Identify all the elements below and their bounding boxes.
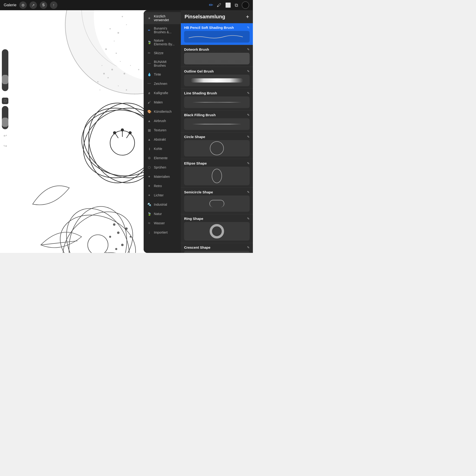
svg-point-23 [97,81,99,82]
brush-item-ellipse-shape[interactable]: Ellipse Shape ✎ [181,159,253,188]
layer-square-icon[interactable]: ☐ [2,98,8,104]
brush-edit-icon-dotwork[interactable]: ✎ [247,48,250,51]
category-item-skizze[interactable]: ✏ Skizze [144,48,181,58]
category-item-importiert[interactable]: ↓ Importiert [144,228,181,237]
category-item-wasser[interactable]: ≈ Wasser [144,219,181,228]
category-label-zeichnen: Zeichnen [154,82,167,85]
category-item-spruhen[interactable]: ⬡ Sprühen [144,163,181,172]
nature-icon: 🍃 [147,211,152,216]
svg-point-5 [122,16,123,17]
svg-point-47 [109,236,111,238]
brush-item-outline-gel[interactable]: Outline Gel Brush ✎ [181,67,253,89]
brush-edit-icon-fill[interactable]: ✎ [247,113,250,117]
brush-edit-icon-ellipse[interactable]: ✎ [247,162,250,165]
category-label-lichter: Lichter [154,193,164,197]
brush-edit-icon-crescent[interactable]: ✎ [247,246,250,249]
opacity-slider[interactable] [2,49,8,91]
brush-name-hb: HB Pencil Soft Shading Brush [184,26,234,30]
materials-icon: ✦ [147,174,152,179]
brush-item-hb-pencil[interactable]: HB Pencil Soft Shading Brush ✎ [181,23,253,45]
category-label-wasser: Wasser [154,221,165,225]
svg-point-19 [130,65,131,66]
spray-icon: ⬡ [147,165,152,170]
brush-item-line-shading[interactable]: Line Shading Brush ✎ [181,89,253,111]
wrench-button[interactable]: ⚙ [19,1,27,9]
category-item-recent[interactable]: ★ Kürzlich verwendet [144,12,181,24]
brush-edit-icon-gel[interactable]: ✎ [247,69,250,73]
category-item-industrial[interactable]: 🔩 Industrial [144,200,181,209]
category-item-kunstlerisch[interactable]: 🎨 Künstlerisch [144,107,181,116]
brush-preview-line [184,96,250,108]
svg-point-14 [107,77,109,78]
size-thumb[interactable] [2,118,8,127]
category-item-lichter[interactable]: ✦ Lichter [144,191,181,200]
import-icon: ↓ [147,230,152,235]
brush-item-circle-shape[interactable]: Circle Shape ✎ [181,133,253,159]
category-item-materialien[interactable]: ✦ Materialien [144,172,181,181]
category-label-kohle: Kohle [154,147,162,151]
category-label-malen: Malen [154,101,163,104]
ring-shape-preview [210,224,224,238]
svg-point-46 [117,232,120,234]
brush-edit-icon-hb[interactable]: ✎ [247,26,250,29]
category-item-abstrakt[interactable]: ▲ Abstrakt [144,135,181,144]
eraser-icon[interactable]: ⬜ [225,2,231,8]
user-avatar[interactable] [242,1,249,9]
category-label-kalligrafie: Kalligrafie [154,91,168,95]
svg-point-49 [130,236,131,238]
kalli-icon: a [147,91,152,95]
category-item-elemente[interactable]: ⚙ Elemente [144,153,181,163]
brush-edit-icon-circle[interactable]: ✎ [247,135,250,138]
topbar-left: Galerie ⚙ ↗ S ↑ [4,1,57,9]
category-item-kalligrafie[interactable]: a Kalligrafie [144,88,181,98]
panel-add-button[interactable]: + [246,14,249,20]
airbrush-icon: ▲ [147,119,152,123]
gallery-label[interactable]: Galerie [4,3,17,7]
brush-preview-ellipse [184,167,250,185]
brush-preview-gel [184,75,250,86]
category-item-tinte[interactable]: 💧 Tinte [144,70,181,79]
category-item-bunami[interactable]: ✒ Bunami's Brushes &... [144,24,181,36]
category-item-kohle[interactable]: ||| Kohle [144,144,181,153]
wave-icon: 〰 [147,61,152,66]
category-item-natur[interactable]: 🍃 Natur [144,209,181,219]
brush-item-crescent-shape[interactable]: Crescent Shape ✎ [181,243,253,253]
brush-item-dotwork[interactable]: Dotwork Brush ✎ [181,45,253,67]
panel-header: Pinselsammlung + [181,10,253,23]
size-slider[interactable] [2,106,8,129]
redo-button[interactable]: ↪ [1,142,9,150]
category-item-bunami2[interactable]: 〰 BUNAMI Brushes [144,58,181,70]
category-item-retro[interactable]: ✦ Retro [144,181,181,191]
layers-icon[interactable]: ⧉ [235,2,238,8]
opacity-thumb[interactable] [2,75,8,84]
arrow-up-tool-button[interactable]: ↑ [50,1,57,9]
category-label-kunstlerisch: Künstlerisch [154,110,171,113]
svg-point-18 [124,73,125,74]
elements-icon: ⚙ [147,156,152,160]
ink-pen-icon[interactable]: 🖊 [217,2,221,8]
category-label-retro: Retro [154,184,162,188]
category-item-zeichnen[interactable]: 〰 Zeichnen [144,79,181,88]
s-tool-button[interactable]: S [40,1,47,9]
brush-item-ring-shape[interactable]: Ring Shape ✎ [181,214,253,243]
category-item-airbrush[interactable]: ▲ Airbrush [144,116,181,125]
category-label-airbrush: Airbrush [154,119,166,123]
brush-edit-icon-line[interactable]: ✎ [247,91,250,95]
brush-name-line: Line Shading Brush [184,91,217,95]
svg-point-15 [118,85,119,86]
arrow-tool-button[interactable]: ↗ [30,1,37,9]
brush-name-crescent: Crescent Shape [184,245,210,249]
category-item-malen[interactable]: 🖌 Malen [144,98,181,107]
undo-button[interactable]: ↩ [1,132,9,139]
topbar: Galerie ⚙ ↗ S ↑ ✏ 🖊 ⬜ ⧉ [0,0,253,10]
pencil-tool-icon[interactable]: ✏ [209,2,213,8]
brush-edit-icon-semicircle[interactable]: ✎ [247,190,250,194]
brush-edit-icon-ring[interactable]: ✎ [247,217,250,220]
category-item-texturen[interactable]: ▦ Texturen [144,125,181,135]
category-item-nature[interactable]: 🍃 Nature Elements By... [144,36,181,48]
circle-shape-preview [210,141,224,155]
retro-icon: ✦ [147,184,152,188]
palette-icon: 🎨 [147,109,152,114]
brush-item-black-filling[interactable]: Black Filling Brush ✎ [181,111,253,133]
brush-item-semicircle-shape[interactable]: Semicircle Shape ✎ [181,188,253,214]
